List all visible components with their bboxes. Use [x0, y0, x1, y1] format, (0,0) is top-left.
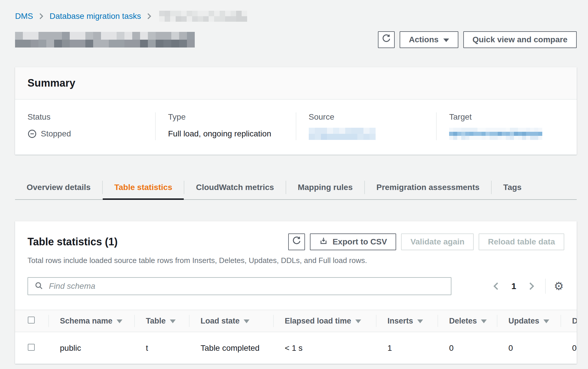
- breadcrumb-chevron-icon: [147, 13, 152, 20]
- select-all-checkbox[interactable]: [28, 317, 35, 324]
- field-value: Stopped: [27, 127, 146, 140]
- column-header-label: Table: [146, 317, 166, 325]
- redacted-pixel: [132, 32, 140, 40]
- redacted-pixel: [179, 32, 187, 40]
- redacted-pixel: [236, 16, 242, 22]
- tab-tags[interactable]: Tags: [492, 176, 533, 199]
- field-value: [449, 127, 568, 140]
- sort-arrow-icon: [117, 319, 122, 323]
- column-header-d[interactable]: D: [561, 310, 577, 332]
- column-header-label: Schema name: [60, 317, 113, 325]
- column-header-deletes[interactable]: Deletes: [438, 310, 497, 332]
- select-all-checkbox-cell: [15, 310, 48, 332]
- next-page-button[interactable]: [527, 280, 536, 292]
- redacted-pixel: [159, 16, 165, 22]
- redacted-pixel: [170, 16, 176, 22]
- tab-label: Tags: [503, 183, 521, 192]
- table-statistics-actions: Export to CSV Validate again Reload tabl…: [288, 233, 564, 250]
- table-statistics-table: Schema nameTableLoad stateElapsed load t…: [15, 310, 577, 364]
- redacted-pixel: [170, 11, 176, 16]
- breadcrumb-current-redacted: [159, 11, 247, 22]
- summary-field-target: Target: [437, 112, 577, 140]
- column-header-schema-name[interactable]: Schema name: [48, 310, 134, 332]
- tab-mapping-rules[interactable]: Mapping rules: [286, 176, 364, 199]
- sort-arrow-icon: [481, 319, 487, 323]
- redacted-pixel: [214, 16, 220, 22]
- page-header-actions: Actions Quick view and compare: [378, 31, 577, 48]
- refresh-icon: [292, 236, 301, 248]
- caret-down-icon: [443, 39, 449, 42]
- column-header-elapsed-load-time[interactable]: Elapsed load time: [273, 310, 376, 332]
- summary-field-type: TypeFull load, ongoing replication: [156, 112, 296, 140]
- breadcrumb-chevron-icon: [39, 13, 44, 20]
- redacted-pixel: [156, 32, 163, 40]
- redacted-pixel: [38, 40, 46, 48]
- current-page-number[interactable]: 1: [511, 281, 516, 291]
- redacted-pixel: [220, 11, 225, 16]
- column-header-inserts[interactable]: Inserts: [376, 310, 438, 332]
- redacted-pixel: [220, 16, 225, 22]
- refresh-button[interactable]: [378, 31, 395, 48]
- reload-table-data-button[interactable]: Reload table data: [479, 233, 564, 250]
- tab-table-statistics[interactable]: Table statistics: [103, 176, 184, 199]
- tab-bar: Overview detailsTable statisticsCloudWat…: [15, 176, 577, 200]
- table-refresh-button[interactable]: [288, 233, 305, 250]
- redacted-pixel: [23, 40, 31, 48]
- redacted-pixel: [171, 40, 179, 48]
- preferences-gear-icon[interactable]: ⚙: [553, 280, 564, 292]
- cell-load-state: Table completed: [189, 332, 273, 364]
- redacted-pixel: [242, 11, 247, 16]
- redacted-pixel: [231, 11, 236, 16]
- cell-table: t: [134, 332, 189, 364]
- column-header-load-state[interactable]: Load state: [189, 310, 273, 332]
- tab-label: Mapping rules: [298, 183, 353, 192]
- redacted-pixel: [176, 11, 181, 16]
- redacted-pixel: [198, 16, 203, 22]
- search-icon: [34, 281, 43, 291]
- tab-cloudwatch-metrics[interactable]: CloudWatch metrics: [184, 176, 286, 199]
- table-filter-row: 1 ⚙: [15, 277, 577, 295]
- breadcrumb-link-tasks[interactable]: Database migration tasks: [49, 12, 141, 21]
- export-to-csv-button[interactable]: Export to CSV: [310, 233, 396, 250]
- redacted-pixel: [187, 32, 195, 40]
- column-header-label: Inserts: [387, 317, 413, 325]
- tab-overview-details[interactable]: Overview details: [15, 176, 102, 199]
- redacted-pixel: [93, 32, 101, 40]
- schema-search-input[interactable]: [48, 281, 444, 291]
- export-to-csv-label: Export to CSV: [332, 237, 387, 246]
- quick-view-compare-label: Quick view and compare: [473, 35, 567, 44]
- dms-task-page: DMS Database migration tasks Actions Qui…: [0, 0, 588, 369]
- redacted-pixel: [117, 40, 124, 48]
- redacted-pixel: [214, 11, 220, 16]
- cell-elapsed-load-time: < 1 s: [273, 332, 376, 364]
- pagination: 1 ⚙: [491, 279, 564, 294]
- breadcrumb-link-dms[interactable]: DMS: [15, 12, 33, 21]
- field-value: Full load, ongoing replication: [168, 127, 287, 140]
- previous-page-button[interactable]: [491, 280, 501, 292]
- redacted-pixel: [70, 40, 78, 48]
- column-header-updates[interactable]: Updates: [497, 310, 561, 332]
- redacted-pixel: [124, 32, 132, 40]
- tab-premigration-assessments[interactable]: Premigration assessments: [365, 176, 491, 199]
- row-checkbox[interactable]: [28, 344, 35, 351]
- actions-button[interactable]: Actions: [400, 31, 458, 48]
- redacted-pixel: [176, 16, 181, 22]
- redacted-pixel: [163, 32, 171, 40]
- quick-view-compare-button[interactable]: Quick view and compare: [463, 31, 577, 48]
- redacted-pixel: [203, 11, 209, 16]
- redacted-pixel: [132, 40, 140, 48]
- redacted-pixel: [38, 32, 46, 40]
- tab-label: CloudWatch metrics: [196, 183, 274, 192]
- redacted-pixel: [179, 40, 187, 48]
- column-header-table[interactable]: Table: [134, 310, 189, 332]
- redacted-pixel: [85, 40, 93, 48]
- pagination-divider: [545, 279, 546, 294]
- validate-again-button[interactable]: Validate again: [401, 233, 474, 250]
- summary-card-header: Summary: [15, 67, 577, 100]
- table-statistics-title: Table statistics (1): [27, 236, 117, 248]
- column-header-label: Deletes: [449, 317, 477, 325]
- redacted-pixel: [101, 40, 109, 48]
- table-row: publictTable completed< 1 s1000: [15, 332, 577, 364]
- redacted-pixel: [23, 32, 31, 40]
- redacted-pixel: [225, 11, 231, 16]
